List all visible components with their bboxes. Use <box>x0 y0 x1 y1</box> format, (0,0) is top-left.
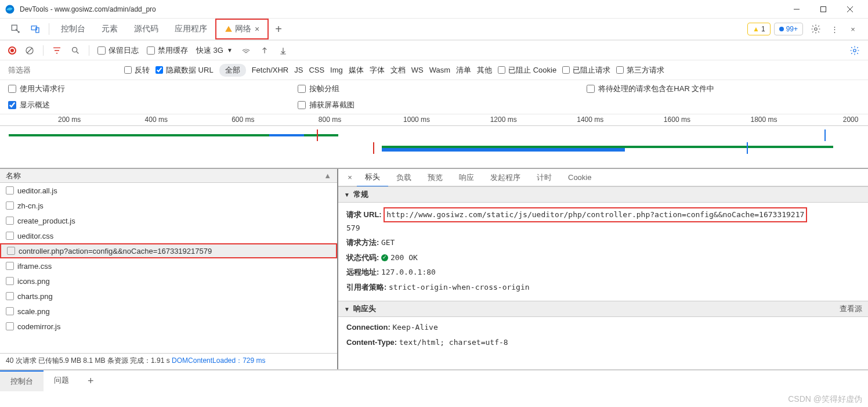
group-frame-checkbox[interactable]: 按帧分组 <box>298 84 571 94</box>
chevron-down-icon: ▼ <box>227 47 233 53</box>
large-rows-checkbox[interactable]: 使用大请求行 <box>8 84 281 94</box>
filter-js[interactable]: JS <box>294 66 303 74</box>
section-response-headers[interactable]: ▼响应头查看源 <box>338 301 868 317</box>
file-icon <box>6 232 14 240</box>
disable-cache-checkbox[interactable]: 禁用缓存 <box>147 45 188 56</box>
request-row[interactable]: charts.png <box>0 289 337 304</box>
divider <box>49 23 49 35</box>
remote-address-row: 远程地址: 127.0.0.1:80 <box>346 266 860 278</box>
tab-headers[interactable]: 标头 <box>357 169 388 187</box>
capture-checkbox[interactable]: 捕获屏幕截图 <box>298 100 571 110</box>
request-row-selected[interactable]: controller.php?action=config&&noCache=16… <box>0 243 337 258</box>
tick: 400 ms <box>145 116 168 124</box>
request-row[interactable]: ueditor.css <box>0 228 337 243</box>
request-row[interactable]: scale.png <box>0 304 337 319</box>
tab-initiator[interactable]: 发起程序 <box>482 169 529 186</box>
drawer-tab-issues[interactable]: 问题 <box>44 370 79 390</box>
tab-timing[interactable]: 计时 <box>529 169 560 186</box>
minimize-button[interactable] <box>783 0 810 19</box>
filter-input[interactable] <box>8 63 118 77</box>
record-button[interactable] <box>8 46 16 55</box>
request-row[interactable]: codemirror.js <box>0 319 337 334</box>
file-icon <box>6 217 14 225</box>
svg-rect-2 <box>821 6 826 12</box>
warning-icon <box>225 25 233 33</box>
upload-icon[interactable] <box>259 45 270 56</box>
settings-icon[interactable] <box>806 20 825 38</box>
request-row[interactable]: create_product.js <box>0 213 337 228</box>
filter-other[interactable]: 其他 <box>477 65 492 75</box>
close-devtools-icon[interactable]: × <box>844 20 862 38</box>
request-row[interactable]: ueditor.all.js <box>0 183 337 198</box>
filter-font[interactable]: 字体 <box>370 65 385 75</box>
tab-cookies[interactable]: Cookie <box>560 170 599 185</box>
dock-icon[interactable]: ⋮ <box>825 20 844 38</box>
chevron-up-icon[interactable]: ▲ <box>324 171 331 180</box>
thirdparty-checkbox[interactable]: 第三方请求 <box>616 65 664 75</box>
tab-network[interactable]: 网络 × <box>215 19 269 39</box>
filter-icon[interactable] <box>52 45 62 56</box>
filter-bar: 反转 隐藏数据 URL 全部 Fetch/XHR JS CSS Img 媒体 字… <box>0 60 868 80</box>
preserve-log-checkbox[interactable]: 保留日志 <box>97 45 139 56</box>
request-row[interactable]: icons.png <box>0 273 337 289</box>
network-settings-icon[interactable] <box>849 45 860 56</box>
tab-elements[interactable]: 元素 <box>93 19 126 39</box>
tab-console[interactable]: 控制台 <box>53 19 93 39</box>
network-overview[interactable]: 200 ms 400 ms 600 ms 800 ms 1000 ms 1200… <box>0 114 868 169</box>
timeline-bar <box>304 134 339 136</box>
close-icon[interactable]: × <box>255 24 259 34</box>
status-bar: 40 次请求 已传输5.9 MB 8.1 MB 条资源 完成：1.91 s DO… <box>0 353 337 369</box>
drawer-tab-console[interactable]: 控制台 <box>0 370 44 391</box>
tick: 1200 ms <box>490 116 517 124</box>
tab-preview[interactable]: 预览 <box>419 169 451 186</box>
clear-icon[interactable] <box>24 45 35 56</box>
filter-ws[interactable]: WS <box>411 66 424 74</box>
add-tab-icon[interactable]: + <box>269 19 288 39</box>
tab-application[interactable]: 应用程序 <box>167 19 215 39</box>
tick: 1000 ms <box>403 116 430 124</box>
warnings-badge[interactable]: ▲1 <box>747 23 771 35</box>
hide-data-url-checkbox[interactable]: 隐藏数据 URL <box>155 65 214 75</box>
show-overview-checkbox[interactable]: 显示概述 <box>8 100 281 110</box>
close-detail-icon[interactable]: × <box>343 173 357 182</box>
file-icon <box>6 277 14 285</box>
add-drawer-tab-icon[interactable]: + <box>79 370 102 392</box>
request-row[interactable]: zh-cn.js <box>0 198 337 213</box>
load-marker <box>824 129 826 141</box>
download-icon[interactable] <box>278 45 288 56</box>
throttle-select[interactable]: 快速 3G▼ <box>196 45 233 56</box>
device-toggle-icon[interactable] <box>26 19 45 39</box>
close-button[interactable] <box>837 0 863 19</box>
section-general[interactable]: ▼常规 <box>338 186 868 203</box>
network-toolbar: 保留日志 禁用缓存 快速 3G▼ <box>0 41 868 60</box>
blocked-cookie-checkbox[interactable]: 已阻止 Cookie <box>498 65 556 75</box>
filter-media[interactable]: 媒体 <box>349 65 364 75</box>
filter-css[interactable]: CSS <box>309 66 324 74</box>
filter-wasm[interactable]: Wasm <box>429 66 450 74</box>
tick: 200 ms <box>58 116 81 124</box>
tab-response[interactable]: 响应 <box>451 169 482 186</box>
view-source-link[interactable]: 查看源 <box>840 304 862 314</box>
filter-doc[interactable]: 文档 <box>390 65 406 75</box>
network-conditions-icon[interactable] <box>241 45 251 56</box>
filter-img[interactable]: Img <box>330 66 343 74</box>
invert-checkbox[interactable]: 反转 <box>124 65 150 75</box>
request-detail: × 标头 负载 预览 响应 发起程序 计时 Cookie ▼常规 请求 URL:… <box>338 169 868 369</box>
chevron-down-icon: ▼ <box>344 306 350 312</box>
tab-payload[interactable]: 负载 <box>388 169 419 186</box>
svg-point-8 <box>815 28 818 31</box>
blocked-req-checkbox[interactable]: 已阻止请求 <box>562 65 610 75</box>
include-har-checkbox[interactable]: 将待处理的请求包含在HAR 文件中 <box>587 84 860 94</box>
window-title: DevTools - www.gosiwz.com/admin/add_pro <box>20 5 783 13</box>
request-row[interactable]: iframe.css <box>0 258 337 273</box>
search-icon[interactable] <box>70 45 81 56</box>
detail-tabs: × 标头 负载 预览 响应 发起程序 计时 Cookie <box>338 169 868 186</box>
filter-fetchxhr[interactable]: Fetch/XHR <box>252 66 289 74</box>
filter-manifest[interactable]: 清单 <box>456 65 471 75</box>
tab-sources[interactable]: 源代码 <box>126 19 167 39</box>
filter-all[interactable]: 全部 <box>219 64 246 77</box>
file-icon <box>6 322 14 330</box>
maximize-button[interactable] <box>810 0 837 19</box>
inspect-icon[interactable] <box>6 19 26 39</box>
issues-badge[interactable]: 99+ <box>774 23 803 35</box>
